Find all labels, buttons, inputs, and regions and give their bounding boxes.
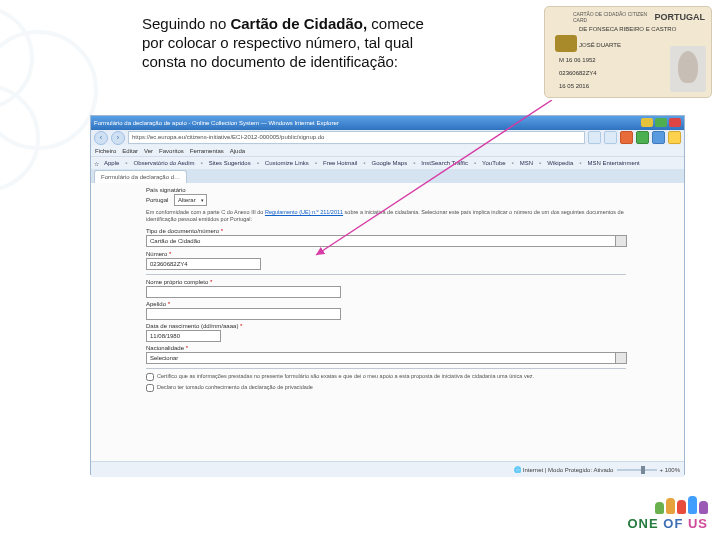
- checkbox-certify[interactable]: Certifico que as informações prestadas n…: [146, 373, 626, 381]
- logo-figure-icon: [688, 496, 697, 514]
- privacy-link[interactable]: declaração de privacidade: [249, 384, 313, 390]
- maximize-icon[interactable]: [655, 118, 667, 127]
- toolbar-icon-2[interactable]: [636, 131, 649, 144]
- label-nacionalidade: Nacionalidade *: [146, 345, 626, 351]
- zoom-control[interactable]: + 100%: [617, 467, 680, 473]
- menu-edit[interactable]: Editar: [122, 148, 138, 154]
- search-box-icon[interactable]: [604, 131, 617, 144]
- fav-observatorio[interactable]: Observatório do Aedim: [134, 160, 195, 166]
- back-button[interactable]: ‹: [94, 131, 108, 145]
- address-bar-row: ‹ › https://ec.europa.eu/citizens-initia…: [91, 130, 684, 145]
- checkbox-certify-box[interactable]: [146, 373, 154, 381]
- input-data[interactable]: 11/08/1980: [146, 330, 221, 342]
- status-bar: 🌐 Internet | Modo Protegido: Ativado + 1…: [91, 461, 684, 477]
- menu-view[interactable]: Ver: [144, 148, 153, 154]
- input-apelido[interactable]: [146, 308, 341, 320]
- fav-customize[interactable]: Customize Links: [265, 160, 309, 166]
- select-nacionalidade[interactable]: Selecionar: [146, 352, 627, 364]
- fav-youtube[interactable]: YouTube: [482, 160, 506, 166]
- minimize-icon[interactable]: [641, 118, 653, 127]
- fav-apple[interactable]: Apple: [104, 160, 119, 166]
- fav-hotmail[interactable]: Free Hotmail: [323, 160, 357, 166]
- info-text: Em conformidade com a parte C do Anexo I…: [146, 209, 626, 223]
- menu-file[interactable]: Ficheiro: [95, 148, 116, 154]
- fav-wiki[interactable]: Wikipedia: [547, 160, 573, 166]
- card-header: CARTÃO DE CIDADÃO CITIZEN CARD: [573, 12, 653, 23]
- fav-traffic[interactable]: InstSearch Traffic: [421, 160, 468, 166]
- fav-msn[interactable]: MSN: [520, 160, 533, 166]
- card-chip-icon: [555, 35, 577, 52]
- select-tipo-doc[interactable]: Cartão de Cidadão: [146, 235, 627, 247]
- toolbar-icon-1[interactable]: [620, 131, 633, 144]
- window-title: Formulário da declaração de apoio - Onli…: [94, 120, 639, 126]
- fav-gmaps[interactable]: Google Maps: [371, 160, 407, 166]
- label-pais: País signatário: [146, 187, 626, 193]
- card-surname: DE FONSECA RIBEIRO E CASTRO: [579, 26, 676, 32]
- divider-2: [146, 368, 626, 369]
- logo-text: ONE OF US: [598, 514, 708, 532]
- card-sex-birth: M 16 06 1952: [559, 57, 596, 63]
- logo-figure-icon: [699, 501, 708, 514]
- close-icon[interactable]: [669, 118, 681, 127]
- citizen-card: CARTÃO DE CIDADÃO CITIZEN CARD PORTUGAL …: [544, 6, 712, 98]
- regulation-link[interactable]: Regulamento (UE) n.º 211/2011: [265, 209, 343, 215]
- label-data: Data de nascimento (dd/mm/aaaa) *: [146, 323, 626, 329]
- tab-bar: Formulário da declaração d…: [91, 169, 684, 183]
- fav-msn-ent[interactable]: MSN Entertainment: [587, 160, 639, 166]
- card-country: PORTUGAL: [655, 12, 706, 22]
- label-apelido: Apelido *: [146, 301, 626, 307]
- status-text: 🌐 Internet | Modo Protegido: Ativado: [514, 466, 613, 473]
- window-titlebar: Formulário da declaração de apoio - Onli…: [91, 116, 684, 130]
- input-numero[interactable]: 02360682ZY4: [146, 258, 261, 270]
- input-nome[interactable]: [146, 286, 341, 298]
- logo-figure-icon: [666, 498, 675, 514]
- tab-active[interactable]: Formulário da declaração d…: [94, 170, 187, 183]
- toolbar-icon-3[interactable]: [652, 131, 665, 144]
- url-field[interactable]: https://ec.europa.eu/citizens-initiative…: [128, 131, 585, 144]
- value-pais: Portugal: [146, 197, 168, 203]
- menu-help[interactable]: Ajuda: [230, 148, 245, 154]
- window-controls[interactable]: [639, 118, 681, 128]
- label-tipo-doc: Tipo de documento/número *: [146, 228, 626, 234]
- toolbar-icon-4[interactable]: [668, 131, 681, 144]
- logo-figure-icon: [655, 502, 664, 514]
- favorites-bar[interactable]: ☆ Apple▪ Observatório do Aedim▪ Sites Su…: [91, 156, 684, 169]
- checkbox-privacy[interactable]: Declaro ter tomado conhecimento da decla…: [146, 384, 626, 392]
- svg-point-1: [0, 32, 96, 148]
- label-numero: Número *: [146, 251, 626, 257]
- card-doc-number: 02360682ZY4: [559, 70, 597, 76]
- menu-bar[interactable]: Ficheiro Editar Ver Favoritos Ferramenta…: [91, 145, 684, 156]
- page-content: País signatário Portugal Alterar Em conf…: [91, 183, 684, 461]
- refresh-icon[interactable]: [588, 131, 601, 144]
- logo-figure-icon: [677, 500, 686, 514]
- svg-point-0: [0, 8, 32, 108]
- label-nome: Nome próprio completo *: [146, 279, 626, 285]
- forward-button[interactable]: ›: [111, 131, 125, 145]
- card-given-name: JOSÉ DUARTE: [579, 42, 621, 48]
- menu-tools[interactable]: Ferramentas: [190, 148, 224, 154]
- divider: [146, 274, 626, 275]
- browser-window: Formulário da declaração de apoio - Onli…: [90, 115, 685, 475]
- checkbox-privacy-box[interactable]: [146, 384, 154, 392]
- one-of-us-logo: ONE OF US: [598, 494, 708, 532]
- alterar-button[interactable]: Alterar: [174, 194, 207, 206]
- fav-sites[interactable]: Sites Sugeridos: [209, 160, 251, 166]
- instruction-text: Seguindo no Cartão de Cidadão, comece po…: [142, 15, 442, 71]
- card-photo: [670, 46, 706, 92]
- card-expiry: 16 05 2016: [559, 83, 589, 89]
- menu-favorites[interactable]: Favoritos: [159, 148, 184, 154]
